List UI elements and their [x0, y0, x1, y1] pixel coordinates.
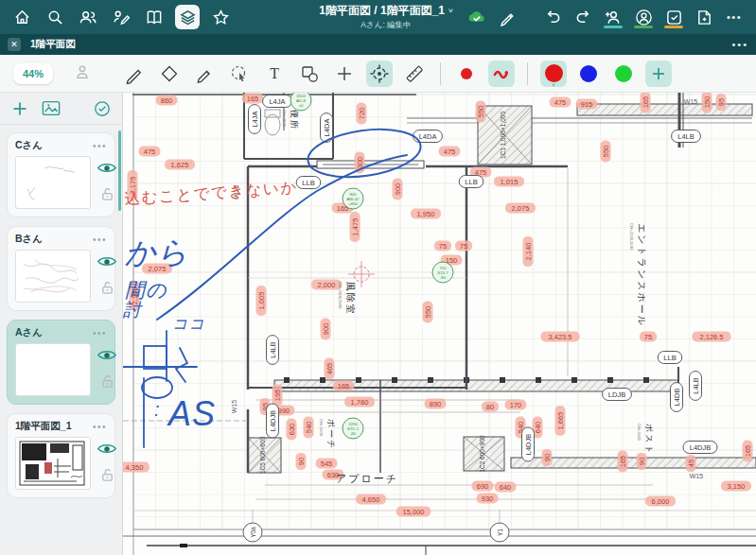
approval-stamp: 900AW-42+830: [343, 188, 363, 209]
focus-target-tool[interactable]: [366, 61, 393, 87]
layer-name: Aさん: [15, 326, 43, 339]
pen-tool[interactable]: [191, 61, 218, 87]
layer-visibility-button[interactable]: [97, 161, 117, 178]
layer-visibility-button[interactable]: [97, 254, 117, 271]
svg-text:1,950: 1,950: [417, 210, 435, 218]
book-icon: [145, 9, 164, 26]
svg-text:165: 165: [744, 445, 752, 458]
color-swatch-blue[interactable]: [575, 61, 602, 87]
document-title-block[interactable]: 1階平面図 / 1階平面図_1˅ Aさん: 編集中: [319, 0, 452, 34]
red-swatch-icon: [545, 64, 563, 82]
unlock-icon: [100, 468, 114, 482]
blue-handwriting: 討: [123, 300, 144, 320]
task-check-icon: [665, 9, 683, 26]
collaborators-button[interactable]: [76, 5, 100, 29]
text-tool[interactable]: T: [261, 61, 288, 87]
svg-text:1C1 1,000×1,000: 1C1 1,000×1,000: [500, 112, 506, 159]
layer-menu-button[interactable]: •••: [93, 328, 107, 338]
scribble-highlight-tool[interactable]: [488, 61, 515, 87]
handwriting-button[interactable]: [109, 5, 133, 29]
shape-tool[interactable]: [296, 61, 323, 87]
home-button[interactable]: [9, 5, 34, 29]
eraser-tool[interactable]: [156, 61, 183, 87]
layer-thumbnail[interactable]: [15, 343, 91, 396]
svg-text:4,650: 4,650: [362, 495, 380, 504]
blue-handwriting: から: [125, 235, 189, 269]
redo-button[interactable]: [571, 5, 595, 29]
layer-thumbnail[interactable]: [15, 250, 91, 303]
svg-text:2,140: 2,140: [524, 243, 533, 261]
toolbar-divider: [440, 62, 441, 85]
eye-icon: [97, 161, 117, 175]
lasso-select-tool[interactable]: [226, 61, 253, 87]
unlock-icon: [100, 281, 114, 295]
account-icon: [635, 9, 653, 26]
tabstrip-more-button[interactable]: •••: [731, 39, 748, 50]
invite-user-button[interactable]: [601, 5, 625, 29]
tasks-button[interactable]: [661, 5, 686, 29]
star-icon: [212, 9, 230, 26]
layer-card-1[interactable]: Cさん•••: [7, 132, 115, 217]
add-page-button[interactable]: [692, 5, 716, 29]
add-element-tool[interactable]: [331, 61, 358, 87]
color-swatch-red[interactable]: ˅: [540, 61, 567, 87]
svg-text:W15: W15: [684, 98, 698, 105]
svg-text:L4LB: L4LB: [677, 132, 694, 141]
svg-text:3,423.5: 3,423.5: [548, 333, 571, 341]
select-done-button[interactable]: [94, 100, 111, 117]
layer-menu-button[interactable]: •••: [93, 422, 107, 432]
add-layer-button[interactable]: [11, 100, 28, 117]
layer-lock-button[interactable]: [100, 281, 114, 298]
layer-card-4[interactable]: 1階平面図_1•••: [7, 413, 115, 498]
favorite-button[interactable]: [208, 5, 233, 29]
tab-close-button[interactable]: ✕: [8, 38, 21, 51]
svg-text:2,126.5: 2,126.5: [699, 333, 723, 341]
svg-text:1C5 600×600: 1C5 600×600: [259, 437, 266, 475]
color-swatch-green[interactable]: [610, 61, 637, 87]
tool-group: T ˅: [121, 61, 672, 87]
layer-thumbnail[interactable]: [15, 156, 91, 209]
edit-pen-button[interactable]: [495, 5, 519, 29]
home-icon: [13, 9, 31, 26]
drawing-canvas[interactable]: 1C1 1,000×1,0001C5 600×6001C2 600×900860…: [123, 93, 756, 555]
room-label: アプローチ: [336, 473, 398, 484]
svg-text:L4DA: L4DA: [419, 132, 437, 141]
insert-image-button[interactable]: [42, 100, 61, 116]
add-color-button[interactable]: [645, 61, 672, 87]
layers-button[interactable]: [175, 5, 200, 29]
layer-card-2[interactable]: Bさん•••: [7, 226, 115, 311]
unlock-icon: [100, 374, 114, 389]
pencil-tool[interactable]: [121, 61, 148, 87]
red-dot-marker[interactable]: [453, 61, 480, 87]
account-button[interactable]: [631, 5, 656, 29]
sync-status-button[interactable]: [465, 5, 489, 29]
plus-icon: [650, 65, 667, 82]
svg-text:2,000: 2,000: [318, 281, 336, 289]
notebook-button[interactable]: [142, 5, 167, 29]
svg-text:690: 690: [477, 482, 489, 491]
ruler-tool[interactable]: [401, 61, 428, 87]
layer-lock-button[interactable]: [100, 374, 114, 391]
more-menu-button[interactable]: •••: [722, 5, 747, 29]
svg-text:90: 90: [638, 458, 646, 465]
layer-lock-button[interactable]: [100, 187, 114, 204]
image-icon: [42, 100, 61, 116]
svg-text:550: 550: [602, 146, 610, 158]
search-button[interactable]: [43, 5, 67, 29]
sidebar-scrollbar[interactable]: [118, 130, 121, 211]
eye-icon: [97, 254, 117, 269]
tab-label[interactable]: 1階平面図: [30, 38, 76, 51]
svg-text:ポーチ: ポーチ: [326, 419, 336, 450]
layer-menu-button[interactable]: •••: [93, 141, 107, 151]
layer-visibility-button[interactable]: [97, 442, 117, 459]
layer-card-3[interactable]: Aさん•••: [7, 320, 115, 405]
undo-button[interactable]: [540, 5, 565, 29]
svg-text:W15: W15: [231, 400, 237, 414]
layer-name: 1階平面図_1: [15, 420, 72, 433]
layer-lock-button[interactable]: [100, 468, 114, 485]
layer-thumbnail[interactable]: [15, 437, 91, 490]
layer-menu-button[interactable]: •••: [93, 234, 107, 245]
layer-visibility-button[interactable]: [97, 348, 117, 365]
squiggle-icon: [491, 63, 512, 84]
zoom-level-button[interactable]: 44%: [13, 63, 53, 84]
